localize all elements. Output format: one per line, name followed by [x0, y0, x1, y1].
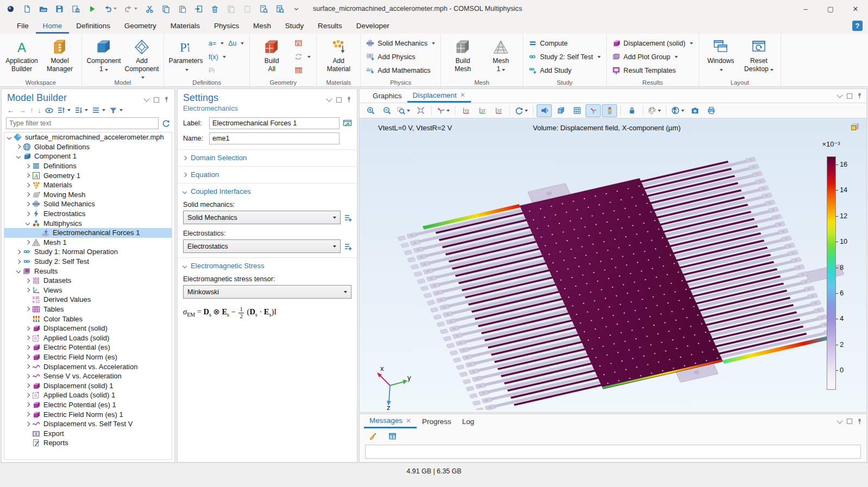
tree-item-electric-potential-es-1[interactable]: Electric Potential (es) 1 [4, 400, 172, 410]
filter-input[interactable] [6, 117, 159, 129]
open-folder-icon[interactable] [36, 2, 50, 15]
tree-item-displacement-vs-acceleration[interactable]: Displacement vs. Acceleration [4, 362, 172, 371]
preview-table-icon[interactable] [273, 2, 287, 15]
tree-item-displacement-vs-self-test-v[interactable]: Displacement vs. Self Test V [4, 419, 172, 429]
compute-button[interactable]: Compute [526, 36, 603, 50]
ribbon-tab-materials[interactable]: Materials [163, 19, 207, 34]
snapshot-icon[interactable] [687, 104, 702, 117]
ribbon-tab-file[interactable]: File [10, 19, 36, 34]
windows-button[interactable]: Windows [702, 36, 739, 74]
panel-menu-icon[interactable] [836, 92, 842, 98]
ribbon-tab-study[interactable]: Study [278, 19, 311, 34]
study-2-self-test-button[interactable]: Study 2: Self Test [526, 50, 603, 64]
tab-displacement[interactable]: Displacement✕ [407, 89, 471, 103]
tree-item-solid-mechanics[interactable]: Solid Mechanics [4, 199, 172, 209]
delete-icon[interactable] [207, 2, 222, 15]
add-plot-group-button[interactable]: Add Plot Group [610, 50, 695, 64]
tree-item-views[interactable]: Views [4, 286, 172, 295]
mesh-1[interactable]: Mesh1 [482, 36, 519, 74]
graphics-canvas[interactable]: VtestL=0 V, VtestR=2 V Volume: Displacem… [359, 118, 867, 413]
ribbon-tab-mesh[interactable]: Mesh [246, 19, 278, 34]
tree-item-export[interactable]: Export [4, 428, 172, 438]
color-palette-icon[interactable] [646, 104, 663, 117]
close-tab-icon[interactable]: ✕ [406, 417, 411, 425]
add-study-button[interactable]: Add Study [526, 64, 603, 77]
save-view-icon[interactable] [68, 2, 83, 15]
panel-float-icon[interactable] [336, 97, 342, 103]
application-builder[interactable]: A ApplicationBuilder [3, 36, 40, 74]
move-down-icon[interactable] [74, 106, 88, 115]
cut-icon[interactable] [142, 2, 156, 15]
a=-button[interactable]: a= [206, 36, 226, 50]
copy-icon[interactable] [159, 2, 173, 15]
zoom-box-icon[interactable] [395, 104, 412, 117]
tree-item-electrostatics[interactable]: Electrostatics [4, 209, 172, 219]
f(x)-button[interactable]: f(x) [206, 50, 228, 64]
panel-pin-icon[interactable] [164, 97, 169, 103]
open-table-icon[interactable] [385, 429, 400, 442]
clear-broom-icon[interactable] [365, 429, 380, 442]
name-field[interactable] [209, 132, 339, 144]
down-icon[interactable]: ↓ [37, 106, 41, 115]
close-tab-icon[interactable]: ✕ [460, 91, 466, 99]
tree-item-definitions[interactable]: Definitions [4, 161, 172, 171]
grid-icon[interactable] [569, 104, 584, 117]
add-component[interactable]: AddComponent [123, 36, 160, 82]
add-material[interactable]: AddMaterial [320, 36, 357, 74]
add-physics-button[interactable]: Add Physics [364, 50, 437, 64]
tree-item-electric-field-norm-es-1[interactable]: Electric Field Norm (es) 1 [4, 409, 172, 419]
ribbon-collapse-icon[interactable] [289, 2, 303, 15]
zoom-out-icon[interactable] [379, 104, 394, 117]
panel-float-icon[interactable] [847, 93, 852, 99]
build-all[interactable]: BuildAll [253, 36, 290, 74]
undo-icon[interactable] [101, 2, 119, 15]
solid-mechanics-button[interactable]: Solid Mechanics [364, 36, 437, 50]
minimize-button[interactable]: – [793, 0, 818, 17]
model-manager[interactable]: ModelManager [41, 36, 78, 74]
view-yz-icon[interactable]: yz [475, 104, 490, 117]
section-equation[interactable]: Equation [178, 166, 357, 180]
preview-doc-icon[interactable] [256, 2, 271, 15]
tab-log[interactable]: Log [457, 414, 480, 428]
print-icon[interactable] [703, 104, 719, 117]
tree-item-applied-loads-solid-[interactable]: * Applied Loads (solid) [4, 333, 172, 343]
show-axis-icon[interactable] [586, 104, 601, 117]
build-mesh[interactable]: BuildMesh [444, 36, 481, 74]
ribbon-tab-geometry[interactable]: Geometry [117, 19, 163, 34]
result-templates-button[interactable]: Result Templates [610, 64, 695, 77]
ribbon-tab-physics[interactable]: Physics [207, 19, 246, 34]
panel-menu-icon[interactable] [326, 96, 332, 102]
move-up-icon[interactable] [57, 106, 71, 115]
tree-item-derived-values[interactable]: 8.85e-12 Derived Values [4, 295, 172, 305]
plot-window-icon[interactable] [850, 123, 860, 131]
tree-item-electromechanical-forces-1[interactable]: Electromechanical Forces 1 [4, 228, 172, 238]
transparency-icon[interactable] [537, 104, 552, 117]
disabled-copy-icon[interactable] [224, 2, 238, 15]
tree-item-study-2-self-test[interactable]: Study 2: Self Test [4, 257, 172, 267]
tab-graphics[interactable]: Graphics [367, 89, 407, 103]
tree-item-sense-v-vs-acceleration[interactable]: Sense V vs. Acceleration [4, 371, 172, 381]
tree-item-electric-potential-es-[interactable]: Electric Potential (es) [4, 343, 172, 352]
tree-item-electric-field-norm-es-[interactable]: Electric Field Norm (es) [4, 352, 172, 362]
stress-tensor-select[interactable]: Minkowski [183, 285, 351, 299]
update-button[interactable] [292, 50, 313, 64]
new-file-icon[interactable] [20, 2, 34, 15]
solid-mechanics-select[interactable]: Solid Mechanics [183, 211, 341, 224]
add-mathematics-button[interactable]: ΔuAdd Mathematics [364, 64, 437, 77]
paste-icon[interactable] [175, 2, 189, 15]
reset-desktop[interactable]: ResetDesktop [740, 36, 777, 74]
ribbon-tab-definitions[interactable]: Definitions [69, 19, 117, 34]
duplicate-icon[interactable] [191, 2, 205, 15]
tree-item-materials[interactable]: Materials [4, 180, 172, 190]
rotate-icon[interactable] [513, 104, 530, 117]
tree-item-component-1[interactable]: Component 1 [4, 151, 172, 161]
tree-item-surface-micromachined-accelerometer-mph[interactable]: surface_micromachined_accelerometer.mph [4, 132, 172, 142]
save-icon[interactable] [52, 2, 66, 15]
rename-icon[interactable] [343, 119, 353, 128]
tree-item-geometry-1[interactable]: A Geometry 1 [4, 170, 172, 180]
ribbon-tab-results[interactable]: Results [311, 19, 349, 34]
panel-menu-icon[interactable] [143, 96, 149, 102]
importseq-button[interactable] [292, 36, 305, 50]
view-xz-icon[interactable]: xz [491, 104, 506, 117]
panel-float-icon[interactable] [154, 97, 159, 103]
